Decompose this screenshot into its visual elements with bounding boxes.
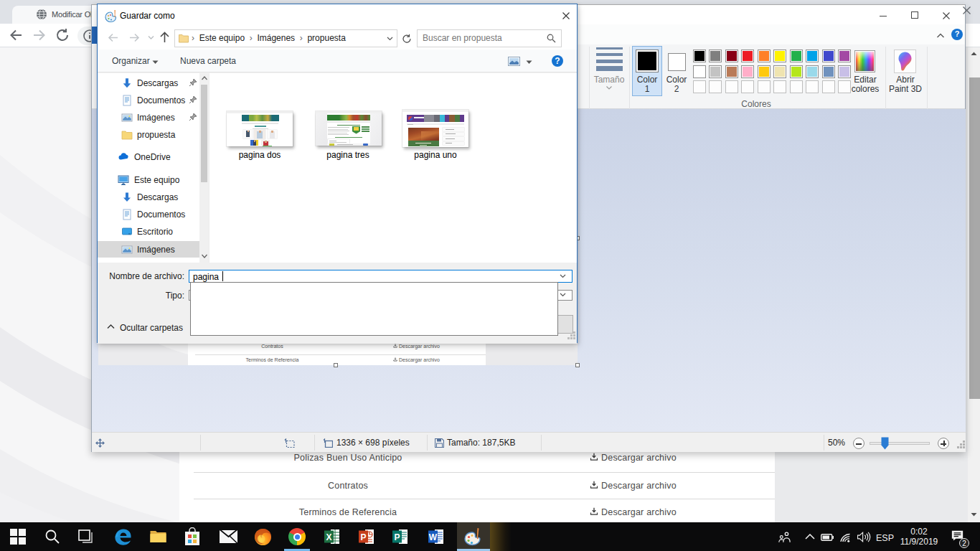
svg-text:P: P	[360, 532, 366, 542]
svg-text:P: P	[394, 532, 400, 542]
svg-text:W: W	[429, 532, 438, 542]
svg-text:X: X	[326, 532, 331, 542]
